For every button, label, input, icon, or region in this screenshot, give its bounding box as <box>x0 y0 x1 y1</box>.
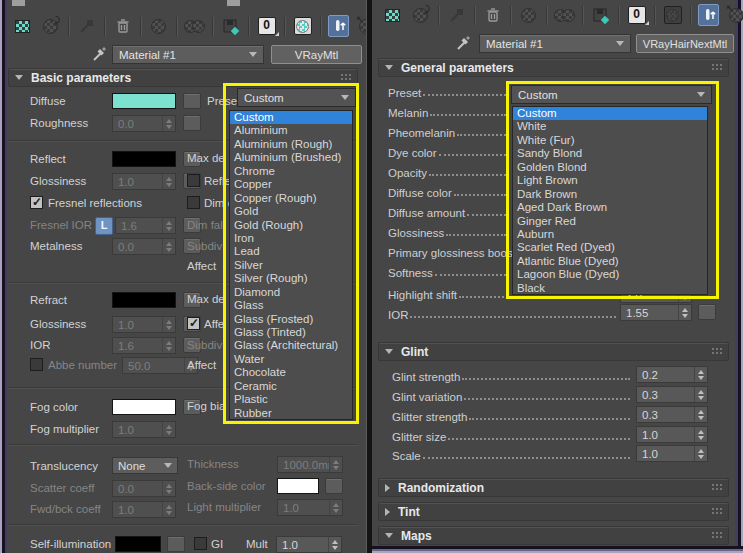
spinner-arrows[interactable] <box>328 537 341 552</box>
abbe-number-checkbox[interactable] <box>30 358 43 371</box>
gi-checkbox[interactable] <box>194 537 207 550</box>
preset-combobox[interactable]: Custom <box>511 85 712 104</box>
material-name-combobox[interactable]: Material #1 <box>112 45 264 64</box>
fresnel-reflections-checkbox[interactable] <box>30 196 43 209</box>
dropdown-item[interactable]: Aluminium <box>230 124 352 137</box>
fwdbck-coeff-spinner[interactable]: 1.0 <box>112 501 176 518</box>
ior-spinner[interactable]: 1.55 <box>620 304 692 321</box>
material-type-button[interactable]: VRayHairNextMtl <box>636 34 734 53</box>
dropdown-item[interactable]: Ginger Red <box>513 215 707 228</box>
material-name-combobox[interactable]: Material #1 <box>479 34 631 53</box>
dropdown-item[interactable]: Glass (Tinted) <box>230 326 352 339</box>
dropdown-item[interactable]: Auburn <box>513 228 707 241</box>
dropdown-item[interactable]: Scarlet Red (Dyed) <box>513 241 707 254</box>
make-unique-icon[interactable] <box>184 16 205 37</box>
pick-material-eyedropper-icon[interactable] <box>92 45 108 63</box>
dropdown-item[interactable]: Rubber <box>230 407 352 420</box>
ior-map-button[interactable] <box>698 304 716 320</box>
dropdown-item[interactable]: Iron <box>230 232 352 245</box>
dropdown-item[interactable]: Copper <box>230 178 352 191</box>
preset-dropdown-list[interactable]: CustomAluminiumAluminium (Rough)Aluminiu… <box>229 110 353 420</box>
dropdown-item[interactable]: Lead <box>230 245 352 258</box>
rollout-general-parameters[interactable]: General parameters <box>378 58 729 77</box>
assign-material-icon[interactable] <box>446 5 467 26</box>
backside-color-swatch[interactable] <box>277 478 319 494</box>
dropdown-item[interactable]: Water <box>230 353 352 366</box>
spinner-arrows[interactable] <box>162 338 175 353</box>
scroll-up-button[interactable] <box>227 0 240 6</box>
material-id-icon[interactable]: 0 <box>626 5 647 26</box>
dropdown-item[interactable]: Sandy Blond <box>513 147 707 160</box>
spinner-arrows[interactable] <box>162 502 175 517</box>
put-to-library-icon[interactable] <box>220 16 241 37</box>
thickness-spinner[interactable]: 1000.0mm <box>277 456 343 473</box>
dropdown-item[interactable]: White <box>513 120 707 133</box>
dropdown-item[interactable]: Black <box>513 282 707 295</box>
dropdown-item[interactable]: Silver (Rough) <box>230 272 352 285</box>
spinner-arrows[interactable] <box>162 317 175 332</box>
dropdown-item[interactable]: Custom <box>230 111 352 124</box>
scale-spinner[interactable]: 1.0 <box>636 445 708 462</box>
fresnel-ior-spinner[interactable]: 1.6 <box>115 217 176 234</box>
refract-glossiness-spinner[interactable]: 1.0 <box>112 316 176 333</box>
reflect-glossiness-spinner[interactable]: 1.0 <box>112 173 176 190</box>
roughness-spinner[interactable]: 0.0 <box>112 115 176 132</box>
reflect-back-checkbox[interactable] <box>187 174 200 187</box>
dropdown-item[interactable]: Aged Dark Brown <box>513 201 707 214</box>
rollout-randomization[interactable]: Randomization <box>378 478 729 497</box>
dropdown-item[interactable]: Glass (Frosted) <box>230 313 352 326</box>
put-to-library-icon[interactable] <box>590 5 611 26</box>
spinner-arrows[interactable] <box>329 500 342 515</box>
dropdown-item[interactable]: Glass (Architectural) <box>230 339 352 352</box>
dropdown-item[interactable]: Plastic <box>230 393 352 406</box>
reflect-color-swatch[interactable] <box>112 151 176 167</box>
reset-material-icon[interactable] <box>482 5 503 26</box>
dropdown-item[interactable]: Aluminium (Rough) <box>230 138 352 151</box>
dropdown-item[interactable]: Gold <box>230 205 352 218</box>
dropdown-item[interactable]: Chrome <box>230 165 352 178</box>
rollout-tint[interactable]: Tint <box>378 502 729 521</box>
dropdown-item[interactable]: Silver <box>230 259 352 272</box>
dropdown-item[interactable]: Gold (Rough) <box>230 219 352 232</box>
reset-material-icon[interactable] <box>112 16 133 37</box>
self-illumination-swatch[interactable] <box>115 536 161 552</box>
scatter-coeff-spinner[interactable]: 0.0 <box>112 480 176 497</box>
dropdown-item[interactable]: Ceramic <box>230 380 352 393</box>
spinner-arrows[interactable] <box>162 239 175 254</box>
glint-variation-spinner[interactable]: 0.3 <box>636 386 708 403</box>
dropdown-item[interactable]: Custom <box>513 107 707 120</box>
translucency-combobox[interactable]: None <box>112 457 178 474</box>
dropdown-item[interactable]: Atlantic Blue (Dyed) <box>513 255 707 268</box>
rollout-basic-parameters[interactable]: Basic parameters <box>8 68 358 87</box>
spinner-arrows[interactable] <box>162 218 175 233</box>
show-background-icon[interactable] <box>292 16 313 37</box>
spinner-arrows[interactable] <box>162 481 175 496</box>
show-background-icon[interactable] <box>662 5 683 26</box>
spinner-arrows[interactable] <box>694 407 707 422</box>
make-copy-icon[interactable] <box>518 5 539 26</box>
make-copy-icon[interactable] <box>148 16 169 37</box>
pick-material-eyedropper-icon[interactable] <box>456 34 472 52</box>
dropdown-item[interactable]: White (Fur) <box>513 134 707 147</box>
dropdown-item[interactable]: Aluminium (Brushed) <box>230 151 352 164</box>
spinner-arrows[interactable] <box>162 174 175 189</box>
dropdown-item[interactable]: Lagoon Blue (Dyed) <box>513 268 707 281</box>
spinner-arrows[interactable] <box>694 387 707 402</box>
assign-material-icon[interactable] <box>76 16 97 37</box>
material-type-button[interactable]: VRayMtl <box>271 45 362 64</box>
get-material-icon[interactable] <box>12 16 33 37</box>
dropdown-item[interactable]: Copper (Rough) <box>230 192 352 205</box>
dropdown-item[interactable]: Chocolate <box>230 366 352 379</box>
glitter-strength-spinner[interactable]: 0.3 <box>636 406 708 423</box>
dropdown-item[interactable]: Golden Blond <box>513 161 707 174</box>
dropdown-item[interactable]: Diamond <box>230 286 352 299</box>
spinner-arrows[interactable] <box>678 305 691 320</box>
material-id-icon[interactable]: 0 <box>256 16 277 37</box>
dim-distance-checkbox[interactable] <box>187 196 200 209</box>
spinner-arrows[interactable] <box>162 116 175 131</box>
refract-color-swatch[interactable] <box>112 292 176 308</box>
dropdown-item[interactable]: Glass <box>230 299 352 312</box>
light-multiplier-spinner[interactable]: 1.0 <box>277 499 343 516</box>
spinner-arrows[interactable] <box>329 457 342 472</box>
put-to-scene-icon[interactable]: ⤸ <box>40 16 61 37</box>
